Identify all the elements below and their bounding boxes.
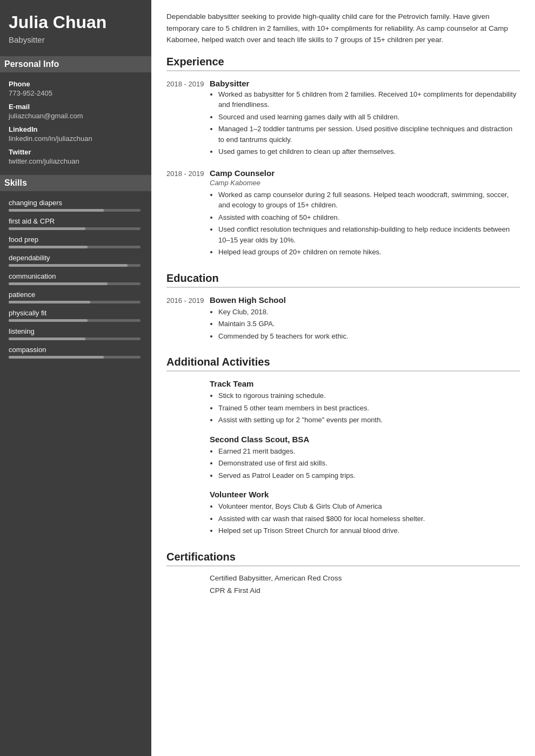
sidebar: Julia Chuan Babysitter Personal Info Pho… <box>0 0 151 756</box>
activity-item: Track TeamStick to rigorous training sch… <box>166 379 520 427</box>
edu-content: Bowen High SchoolKey Club, 2018.Maintain… <box>210 295 520 343</box>
activity-content: Second Class Scout, BSAEarned 21 merit b… <box>210 435 520 483</box>
activity-indent <box>166 379 210 427</box>
activities-list: Track TeamStick to rigorous training sch… <box>166 379 520 538</box>
exp-content: BabysitterWorked as babysitter for 5 chi… <box>210 79 520 159</box>
cert-text: Certified Babysitter, American Red Cross <box>210 574 342 582</box>
activity-content: Track TeamStick to rigorous training sch… <box>210 379 520 427</box>
certifications-section: Certifications Certified Babysitter, Ame… <box>166 551 520 595</box>
education-item: 2016 - 2019Bowen High SchoolKey Club, 20… <box>166 295 520 343</box>
skill-name: changing diapers <box>9 199 141 207</box>
activity-bullets: Stick to rigorous training schedule.Trai… <box>210 390 520 426</box>
exp-bullet: Used games to get children to clean up a… <box>218 146 520 157</box>
contacts-section: Phone773-952-2405E-mailjuliazchuan@gmail… <box>9 80 141 165</box>
skill-bar-fill <box>9 338 85 340</box>
skill-bar-fill <box>9 356 104 359</box>
certifications-list: Certified Babysitter, American Red Cross… <box>166 574 520 595</box>
skill-bar-background <box>9 338 141 340</box>
skill-bar-background <box>9 246 141 248</box>
exp-bullet: Managed 1–2 toddler tantrums per session… <box>218 124 520 145</box>
certifications-heading: Certifications <box>166 551 520 566</box>
experience-list: 2018 - 2019BabysitterWorked as babysitte… <box>166 79 520 259</box>
cert-text: CPR & First Aid <box>210 586 260 595</box>
skill-bar-fill <box>9 319 88 322</box>
skill-name: dependability <box>9 254 141 262</box>
skill-name: patience <box>9 291 141 299</box>
education-heading: Education <box>166 272 520 288</box>
exp-bullet: Assisted with coaching of 50+ children. <box>218 212 520 223</box>
edu-bullet: Maintain 3.5 GPA. <box>218 319 520 329</box>
exp-bullet: Helped lead groups of 20+ children on re… <box>218 247 520 258</box>
cert-item: Certified Babysitter, American Red Cross <box>166 574 520 582</box>
edu-dates: 2016 - 2019 <box>166 295 210 343</box>
activity-bullet: Assisted with car wash that raised $800 … <box>218 514 520 524</box>
skill-name: first aid & CPR <box>9 217 141 225</box>
activities-heading: Additional Activities <box>166 356 520 372</box>
exp-bullets: Worked as babysitter for 5 children from… <box>210 89 520 157</box>
education-list: 2016 - 2019Bowen High SchoolKey Club, 20… <box>166 295 520 343</box>
cert-indent <box>166 586 210 595</box>
contact-label: Phone <box>9 80 141 88</box>
exp-role: Babysitter <box>210 79 520 88</box>
activity-bullet: Stick to rigorous training schedule. <box>218 390 520 401</box>
skill-name: compassion <box>9 346 141 354</box>
skill-bar-fill <box>9 264 128 267</box>
skill-bar-fill <box>9 209 104 212</box>
exp-dates: 2018 - 2019 <box>166 168 210 259</box>
skill-bar-fill <box>9 227 85 230</box>
skill-bar-fill <box>9 301 90 303</box>
main-content: Dependable babysitter seeking to provide… <box>151 0 535 756</box>
contact-value: twitter.com/juliazchuan <box>9 157 141 165</box>
contact-value: linkedin.com/in/juliazchuan <box>9 134 141 143</box>
cert-indent <box>166 574 210 582</box>
contact-label: LinkedIn <box>9 125 141 133</box>
contact-value: juliazchuan@gmail.com <box>9 112 141 120</box>
exp-bullet: Worked as babysitter for 5 children from… <box>218 89 520 110</box>
candidate-title: Babysitter <box>9 35 141 44</box>
activity-content: Volunteer WorkVolunteer mentor, Boys Clu… <box>210 490 520 538</box>
candidate-name: Julia Chuan <box>9 13 141 32</box>
experience-section: Experience 2018 - 2019BabysitterWorked a… <box>166 56 520 259</box>
experience-heading: Experience <box>166 56 520 71</box>
activity-indent <box>166 435 210 483</box>
activity-bullet: Assist with setting up for 2 "home" even… <box>218 415 520 426</box>
activity-bullet: Helped set up Trison Street Church for a… <box>218 525 520 536</box>
activity-title: Volunteer Work <box>210 490 520 499</box>
activity-bullet: Served as Patrol Leader on 5 camping tri… <box>218 470 520 481</box>
activity-title: Track Team <box>210 379 520 388</box>
activity-indent <box>166 490 210 538</box>
education-section: Education 2016 - 2019Bowen High SchoolKe… <box>166 272 520 343</box>
skill-bar-background <box>9 301 141 303</box>
activity-bullet: Trained 5 other team members in best pra… <box>218 403 520 414</box>
summary-text: Dependable babysitter seeking to provide… <box>166 11 520 46</box>
exp-bullet: Worked as camp counselor during 2 full s… <box>218 190 520 211</box>
skill-bar-background <box>9 356 141 359</box>
exp-dates: 2018 - 2019 <box>166 79 210 159</box>
experience-item: 2018 - 2019BabysitterWorked as babysitte… <box>166 79 520 159</box>
skill-bar-fill <box>9 246 88 248</box>
cert-item: CPR & First Aid <box>166 586 520 595</box>
exp-role: Camp Counselor <box>210 168 520 178</box>
skill-name: physically fit <box>9 309 141 317</box>
skill-bar-background <box>9 227 141 230</box>
edu-school: Bowen High School <box>210 295 520 305</box>
contact-value: 773-952-2405 <box>9 89 141 97</box>
activity-item: Volunteer WorkVolunteer mentor, Boys Clu… <box>166 490 520 538</box>
skill-bar-background <box>9 264 141 267</box>
edu-bullet: Commended by 5 teachers for work ethic. <box>218 331 520 342</box>
skill-bar-background <box>9 209 141 212</box>
skill-name: food prep <box>9 235 141 244</box>
experience-item: 2018 - 2019Camp CounselorCamp KabomeeWor… <box>166 168 520 259</box>
exp-bullet: Sourced and used learning games daily wi… <box>218 112 520 123</box>
skills-heading: Skills <box>0 175 151 191</box>
skill-bar-background <box>9 319 141 322</box>
contact-label: E-mail <box>9 103 141 111</box>
activity-bullet: Volunteer mentor, Boys Club & Girls Club… <box>218 501 520 512</box>
edu-bullets: Key Club, 2018.Maintain 3.5 GPA.Commende… <box>210 307 520 342</box>
exp-bullet: Used conflict resolution techniques and … <box>218 224 520 245</box>
edu-bullet: Key Club, 2018. <box>218 307 520 318</box>
exp-bullets: Worked as camp counselor during 2 full s… <box>210 190 520 258</box>
activities-section: Additional Activities Track TeamStick to… <box>166 356 520 538</box>
contact-label: Twitter <box>9 148 141 156</box>
activity-item: Second Class Scout, BSAEarned 21 merit b… <box>166 435 520 483</box>
